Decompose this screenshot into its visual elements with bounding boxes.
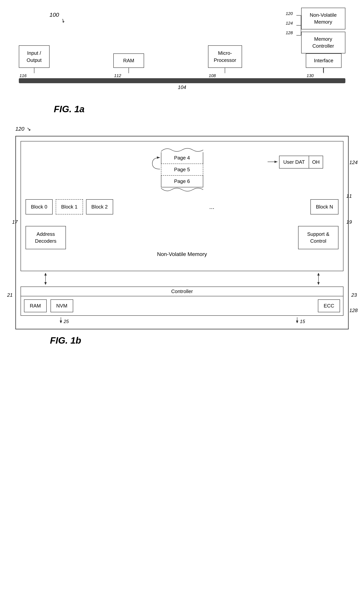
label-11: 11 (346, 193, 352, 199)
dat-arrow (267, 160, 279, 164)
nvm-bottom-row: Address Decoders Support & Control (26, 226, 338, 249)
block1-box: Block 1 (56, 199, 83, 215)
nvm-inner-label: Non-Volatile Memory (26, 251, 338, 257)
block-dots: ... (116, 203, 307, 210)
ctrl-nvm-box: NVM (51, 299, 73, 312)
micro-proc-box: Micro-Processor (208, 45, 242, 68)
interface-col: Interface 130 (306, 53, 341, 78)
ram-col: RAM 112 (113, 53, 144, 78)
user-dat-area: User DAT OH (279, 156, 323, 169)
controller-section: Controller RAM NVM ECC (20, 287, 344, 316)
nvm-inner: 11 17 19 Page 4 Page 5 (20, 141, 344, 271)
page4-box: Page 4 (161, 152, 203, 164)
user-dat-box: User DAT (279, 156, 309, 169)
micro-proc-col: Micro-Processor 108 (208, 45, 242, 78)
microproc-ref: 108 (209, 73, 216, 78)
input-output-box: Input /Output (19, 45, 50, 68)
block0-box: Block 0 (26, 199, 53, 215)
ram-box: RAM (113, 53, 144, 68)
label-124-fig1b: 124 (349, 159, 358, 165)
label-19: 19 (346, 219, 352, 225)
bus-section: Input /Output 116 RAM 112 Micro-Processo… (19, 45, 345, 90)
blockn-box: Block N (310, 199, 338, 215)
microproc-vert (225, 68, 225, 73)
support-ctrl-box: Support & Control (298, 226, 338, 249)
bottom-labels: 25 15 (20, 317, 344, 324)
controller-label: Controller (21, 287, 343, 296)
label-17: 17 (12, 219, 18, 225)
label-25: 25 (59, 317, 69, 324)
ram-vert (129, 68, 129, 73)
interface-box: Interface (306, 53, 341, 68)
page-stack-area: Page 4 Page 5 Page 6 (26, 146, 338, 194)
label-100: 100 (50, 12, 59, 18)
block-row: Block 0 Block 1 Block 2 ... Block N (26, 199, 338, 215)
io-vert (34, 68, 34, 73)
block2-box: Block 2 (86, 199, 113, 215)
io-ref: 116 (20, 73, 27, 78)
fig1a-caption: FIG. 1a (54, 104, 349, 114)
ram-ref: 112 (114, 73, 121, 78)
left-bidir-arrow (44, 273, 47, 285)
ctrl-ram-box: RAM (24, 299, 47, 312)
controller-row: RAM NVM ECC (21, 296, 343, 315)
arrows-row (20, 273, 344, 285)
label-15: 15 (295, 317, 305, 324)
fig1b-section: 120 ↘ 124 11 17 19 (15, 126, 349, 346)
arrow-120-icon: ↘ (27, 126, 31, 132)
bus-bar (19, 78, 345, 83)
bus-label: 104 (19, 84, 345, 90)
fig1b-label-120: 120 (15, 126, 24, 132)
nvm-box: Non-Volatile Memory (301, 8, 345, 29)
interface-vert (324, 68, 324, 73)
wavy-bottom-svg (161, 187, 203, 194)
label-128-fig1b: 128 (349, 308, 358, 314)
brace-svg (291, 10, 301, 37)
fig1b-caption: FIG. 1b (50, 335, 349, 346)
right-bidir-arrow (317, 273, 320, 285)
interface-ref: 130 (306, 73, 314, 78)
ctrl-ecc-box: ECC (318, 299, 340, 312)
label-23: 23 (351, 292, 357, 298)
arrow-100-icon: ↘ (60, 17, 66, 24)
label-21: 21 (7, 292, 13, 298)
page6-box: Page 6 (161, 176, 203, 187)
curved-arrow-svg (150, 156, 162, 171)
oh-box: OH (309, 156, 323, 169)
page-stack-wrapper: Page 4 Page 5 Page 6 (161, 146, 203, 194)
fig1b-outer: 124 11 17 19 Page 4 (15, 136, 349, 329)
wavy-top-svg (161, 146, 203, 152)
input-output-col: Input /Output 116 (19, 45, 50, 78)
addr-dec-box: Address Decoders (26, 226, 66, 249)
components-row: Input /Output 116 RAM 112 Micro-Processo… (19, 45, 345, 78)
page5-box: Page 5 (161, 164, 203, 176)
